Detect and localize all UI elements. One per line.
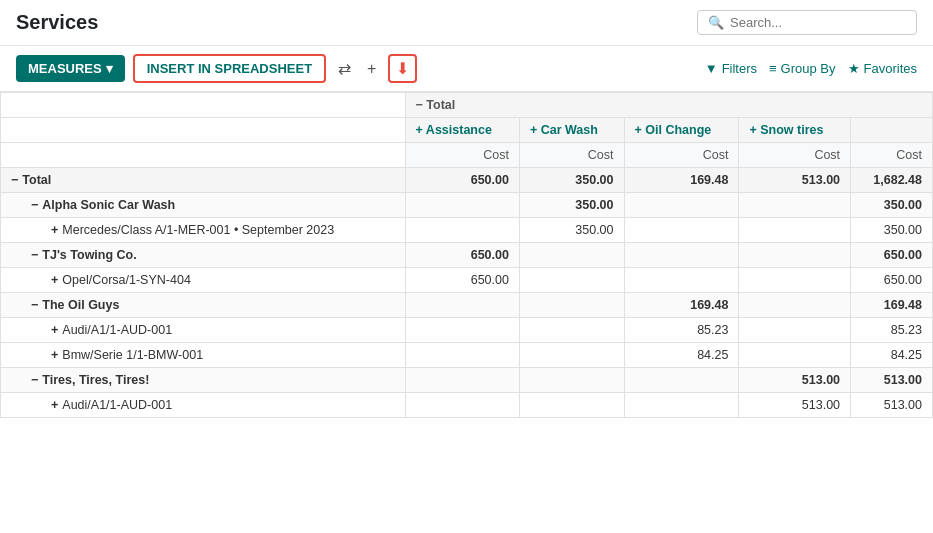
table-row: −The Oil Guys 169.48 169.48 [1, 293, 933, 318]
plus-icon[interactable]: + [51, 223, 58, 237]
minus-icon[interactable]: − [11, 173, 18, 187]
download-icon[interactable]: ⬇ [388, 54, 417, 83]
row-label: −The Oil Guys [1, 293, 406, 318]
row-label: +Audi/A1/1-AUD-001 [1, 318, 406, 343]
plus-icon[interactable]: + [51, 348, 58, 362]
search-box[interactable]: 🔍 [697, 10, 917, 35]
row-label: −Tires, Tires, Tires! [1, 368, 406, 393]
minus-icon[interactable]: − [31, 373, 38, 387]
assistance-value [405, 368, 519, 393]
col-cost-4: Cost [739, 143, 851, 168]
carwash-value [519, 243, 624, 268]
carwash-value [519, 293, 624, 318]
snowtires-value [739, 293, 851, 318]
table-row: −Tires, Tires, Tires! 513.00 513.00 [1, 368, 933, 393]
page-header: Services 🔍 [0, 0, 933, 46]
col-cost-3: Cost [624, 143, 739, 168]
assistance-value: 650.00 [405, 168, 519, 193]
col-total-header: − Total [405, 93, 932, 118]
oilchange-value [624, 368, 739, 393]
table-row: −Total 650.00 350.00 169.48 513.00 1,682… [1, 168, 933, 193]
pivot-table: − Total + Assistance + Car Wash + Oil Ch… [0, 92, 933, 418]
col-empty-3 [1, 143, 406, 168]
data-table-container: − Total + Assistance + Car Wash + Oil Ch… [0, 92, 933, 418]
group-by-button[interactable]: ≡ Group By [769, 61, 836, 76]
snowtires-value [739, 318, 851, 343]
col-cost-5: Cost [851, 143, 933, 168]
favorites-button[interactable]: ★ Favorites [848, 61, 917, 76]
plus-assistance-icon: + [416, 123, 426, 137]
table-row: −TJ's Towing Co. 650.00 650.00 [1, 243, 933, 268]
star-icon: ★ [848, 61, 860, 76]
table-row: +Bmw/Serie 1/1-BMW-001 84.25 84.25 [1, 343, 933, 368]
minus-icon[interactable]: − [31, 198, 38, 212]
plus-carwash-icon: + [530, 123, 541, 137]
table-row: +Mercedes/Class A/1-MER-001 • September … [1, 218, 933, 243]
assistance-value: 650.00 [405, 243, 519, 268]
insert-spreadsheet-button[interactable]: INSERT IN SPREADSHEET [133, 54, 326, 83]
row-label: +Bmw/Serie 1/1-BMW-001 [1, 343, 406, 368]
table-row: +Audi/A1/1-AUD-001 85.23 85.23 [1, 318, 933, 343]
row-label: +Opel/Corsa/1-SYN-404 [1, 268, 406, 293]
assistance-value: 650.00 [405, 268, 519, 293]
search-input[interactable] [730, 15, 906, 30]
minus-total-icon: − [416, 98, 423, 112]
add-icon[interactable]: + [363, 56, 380, 82]
plus-icon[interactable]: + [51, 273, 58, 287]
page-title: Services [16, 11, 98, 34]
search-icon: 🔍 [708, 15, 724, 30]
carwash-value: 350.00 [519, 218, 624, 243]
oilchange-value: 85.23 [624, 318, 739, 343]
oilchange-value [624, 243, 739, 268]
col-assistance-header: + Assistance [405, 118, 519, 143]
total-value: 650.00 [851, 243, 933, 268]
carwash-value: 350.00 [519, 168, 624, 193]
oilchange-value: 169.48 [624, 293, 739, 318]
assistance-value [405, 343, 519, 368]
row-label: +Audi/A1/1-AUD-001 [1, 393, 406, 418]
assistance-value [405, 218, 519, 243]
col-oilchange-header: + Oil Change [624, 118, 739, 143]
group-by-icon: ≡ [769, 61, 777, 76]
col-cost-1: Cost [405, 143, 519, 168]
snowtires-value: 513.00 [739, 393, 851, 418]
snowtires-value [739, 243, 851, 268]
assistance-value [405, 193, 519, 218]
col-cost-2: Cost [519, 143, 624, 168]
minus-icon[interactable]: − [31, 248, 38, 262]
oilchange-value: 84.25 [624, 343, 739, 368]
toolbar: MEASURES ▾ INSERT IN SPREADSHEET ⇄ + ⬇ ▼… [0, 46, 933, 92]
col-carwash-header: + Car Wash [519, 118, 624, 143]
total-value: 350.00 [851, 193, 933, 218]
plus-icon[interactable]: + [51, 398, 58, 412]
oilchange-value [624, 193, 739, 218]
snowtires-value [739, 343, 851, 368]
plus-icon[interactable]: + [51, 323, 58, 337]
table-row: +Audi/A1/1-AUD-001 513.00 513.00 [1, 393, 933, 418]
plus-oilchange-icon: + [635, 123, 646, 137]
total-value: 513.00 [851, 368, 933, 393]
snowtires-value: 513.00 [739, 168, 851, 193]
col-empty-1 [1, 93, 406, 118]
carwash-value: 350.00 [519, 193, 624, 218]
swap-icon[interactable]: ⇄ [334, 55, 355, 82]
total-value: 513.00 [851, 393, 933, 418]
oilchange-value [624, 268, 739, 293]
snowtires-value [739, 193, 851, 218]
plus-snowtires-icon: + [749, 123, 760, 137]
table-row: +Opel/Corsa/1-SYN-404 650.00 650.00 [1, 268, 933, 293]
filter-icon: ▼ [705, 61, 718, 76]
filters-button[interactable]: ▼ Filters [705, 61, 757, 76]
table-row: −Alpha Sonic Car Wash 350.00 350.00 [1, 193, 933, 218]
col-snowtires-header: + Snow tires [739, 118, 851, 143]
carwash-value [519, 393, 624, 418]
total-value: 350.00 [851, 218, 933, 243]
total-value: 650.00 [851, 268, 933, 293]
chevron-down-icon: ▾ [106, 61, 113, 76]
assistance-value [405, 318, 519, 343]
oilchange-value [624, 218, 739, 243]
measures-button[interactable]: MEASURES ▾ [16, 55, 125, 82]
row-label: −Alpha Sonic Car Wash [1, 193, 406, 218]
minus-icon[interactable]: − [31, 298, 38, 312]
snowtires-value [739, 218, 851, 243]
